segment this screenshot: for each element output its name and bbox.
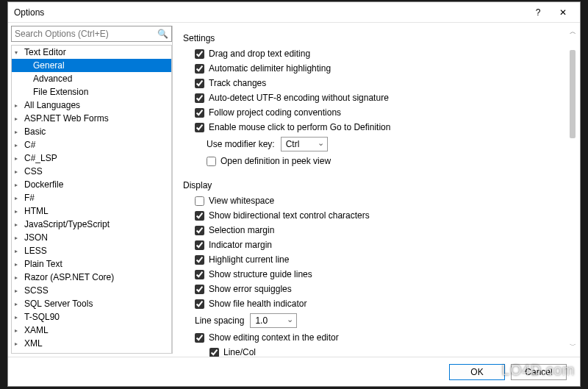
tree-item-label: F# (24, 193, 35, 203)
tree-item-c-lsp[interactable]: ▸C#_LSP (12, 151, 171, 165)
chevron-right-icon: ▸ (15, 248, 24, 254)
option-row: Show file health indicator (183, 296, 577, 311)
tree-item-xaml[interactable]: ▸XAML (12, 324, 171, 337)
tree-item-file-extension[interactable]: File Extension (12, 85, 171, 99)
option-label: Follow project coding conventions (209, 107, 341, 118)
ok-button[interactable]: OK (449, 364, 505, 380)
tree-item-javascript-typescript[interactable]: ▸JavaScript/TypeScript (12, 218, 171, 231)
watermark: LO4D.com (501, 362, 575, 379)
option-checkbox[interactable] (195, 226, 204, 235)
options-dialog: Options ? ✕ 🔍 ▾Text EditorGeneralAdvance… (7, 1, 581, 387)
tree-item-scss[interactable]: ▸SCSS (12, 284, 171, 297)
chevron-right-icon: ▸ (15, 340, 24, 347)
chevron-right-icon: ▸ (15, 208, 24, 215)
option-checkbox[interactable] (195, 196, 204, 206)
option-row: Show structure guide lines (183, 267, 577, 282)
tree-item-text-editor[interactable]: ▾Text Editor (12, 46, 171, 59)
editing-context-checkbox[interactable] (195, 333, 204, 343)
tree-item-plain-text[interactable]: ▸Plain Text (12, 257, 171, 271)
tree-item-label: Plain Text (24, 259, 62, 269)
scrollbar[interactable]: ︿ ﹀ (567, 27, 578, 351)
tree-item-dockerfile[interactable]: ▸Dockerfile (12, 178, 171, 191)
tree-item-c-[interactable]: ▸C# (12, 138, 171, 151)
option-label: View whitespace (209, 196, 274, 206)
options-tree[interactable]: ▾Text EditorGeneralAdvancedFile Extensio… (11, 45, 172, 354)
option-checkbox[interactable] (195, 270, 204, 279)
option-checkbox[interactable] (195, 49, 204, 59)
chevron-right-icon: ▸ (15, 327, 24, 334)
search-field[interactable]: 🔍 (11, 26, 172, 42)
option-label: Show error squiggles (209, 284, 292, 294)
tree-item-f-[interactable]: ▸F# (12, 191, 171, 204)
scroll-thumb[interactable] (570, 50, 576, 138)
option-checkbox[interactable] (195, 123, 204, 132)
option-label: Line/Col (223, 347, 256, 357)
tree-item-advanced[interactable]: Advanced (12, 72, 171, 85)
option-row: Show error squiggles (183, 282, 577, 296)
option-checkbox[interactable] (195, 108, 204, 118)
option-checkbox[interactable] (195, 64, 204, 74)
right-panel: Settings Drag and drop text editingAutom… (176, 23, 580, 357)
option-checkbox[interactable] (209, 348, 219, 357)
tree-item-all-languages[interactable]: ▸All Languages (12, 99, 171, 112)
option-row: Automatic delimiter highlighting (183, 61, 577, 76)
search-input[interactable] (15, 29, 157, 39)
option-label: Show structure guide lines (209, 269, 312, 279)
close-button[interactable]: ✕ (551, 4, 576, 21)
tree-item-label: SCSS (24, 285, 49, 296)
chevron-right-icon: ▸ (15, 155, 24, 162)
option-label: Auto-detect UTF-8 encoding without signa… (209, 93, 389, 103)
chevron-right-icon: ▸ (15, 354, 24, 354)
option-label: Enable mouse click to perform Go to Defi… (209, 122, 390, 132)
option-checkbox[interactable] (195, 240, 204, 250)
chevron-down-icon: ▾ (15, 49, 24, 56)
line-spacing-combo[interactable]: 1.0 (250, 313, 297, 328)
tree-item-label: All Languages (24, 100, 80, 110)
option-label: Indicator margin (209, 240, 272, 250)
tree-item-label: XML (24, 338, 43, 349)
tree-item-label: Advanced (33, 74, 72, 84)
chevron-right-icon: ▸ (15, 168, 24, 175)
tree-item-xml[interactable]: ▸XML (12, 337, 171, 350)
option-checkbox[interactable] (195, 79, 204, 88)
option-checkbox[interactable] (195, 255, 204, 265)
tree-item-less[interactable]: ▸LESS (12, 244, 171, 257)
option-checkbox[interactable] (195, 211, 204, 221)
modifier-key-combo[interactable]: Ctrl (281, 137, 328, 151)
option-label: Drag and drop text editing (209, 49, 310, 59)
chevron-right-icon: ▸ (15, 102, 24, 109)
tree-item-css[interactable]: ▸CSS (12, 165, 171, 178)
editing-context-label: Show editing context in the editor (209, 332, 339, 343)
tree-item-basic[interactable]: ▸Basic (12, 125, 171, 138)
option-row: Highlight current line (183, 252, 577, 267)
option-row: Auto-detect UTF-8 encoding without signa… (183, 90, 577, 105)
tree-item-t-sql90[interactable]: ▸T-SQL90 (12, 310, 171, 324)
chevron-right-icon: ▸ (15, 235, 24, 241)
settings-heading: Settings (183, 33, 577, 43)
tree-item-html[interactable]: ▸HTML (12, 204, 171, 218)
option-row: View whitespace (183, 193, 577, 208)
option-row: Line/Col (183, 345, 577, 357)
option-checkbox[interactable] (195, 93, 204, 103)
tree-item-json[interactable]: ▸JSON (12, 231, 171, 244)
help-button[interactable]: ? (526, 4, 551, 21)
chevron-right-icon: ▸ (15, 301, 24, 307)
tree-item-label: SQL Server Tools (24, 299, 93, 309)
tree-item-razor-asp-net-core-[interactable]: ▸Razor (ASP.NET Core) (12, 271, 171, 284)
option-row: Show bidirectional text control characte… (183, 208, 577, 223)
option-checkbox[interactable] (195, 299, 204, 309)
option-row: Follow project coding conventions (183, 105, 577, 120)
option-row: Track changes (183, 76, 577, 90)
option-checkbox[interactable] (195, 285, 204, 294)
scroll-up-icon[interactable]: ︿ (570, 27, 576, 37)
search-icon: 🔍 (157, 29, 168, 39)
scroll-down-icon[interactable]: ﹀ (570, 341, 576, 351)
dialog-footer: OK Cancel (8, 357, 580, 386)
option-label: Show file health indicator (209, 299, 306, 309)
tree-item-asp-net-web-forms[interactable]: ▸ASP.NET Web Forms (12, 112, 171, 125)
tree-item-sql-server-tools[interactable]: ▸SQL Server Tools (12, 297, 171, 310)
chevron-right-icon: ▸ (15, 261, 24, 268)
tree-item-yaml[interactable]: ▸YAML (12, 350, 171, 354)
peek-view-checkbox[interactable] (207, 157, 216, 166)
tree-item-general[interactable]: General (12, 59, 171, 72)
